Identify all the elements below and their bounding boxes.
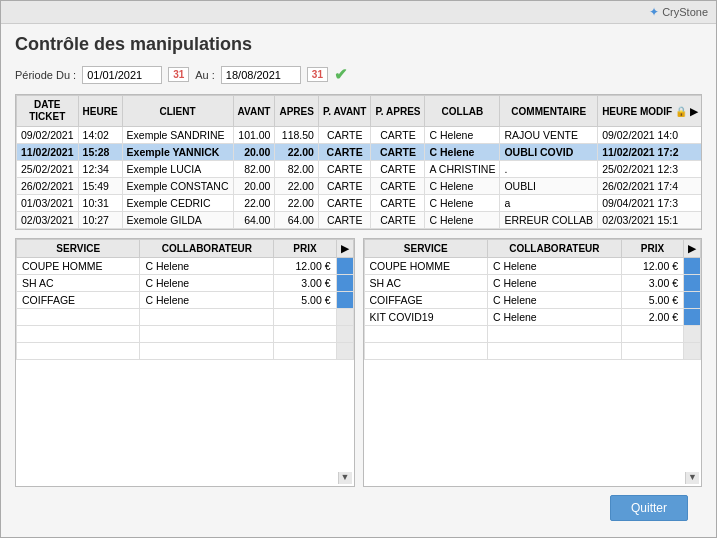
cell-scroll-left — [336, 275, 353, 292]
list-item[interactable]: COUPE HOMME C Helene 12.00 € — [364, 258, 701, 275]
cell-commentaire: ERREUR COLLAB — [500, 212, 598, 229]
list-item — [364, 343, 701, 360]
cell-apres: 22.00 — [275, 144, 318, 161]
cell-heure: 14:02 — [78, 127, 122, 144]
cell-heure-modif: 25/02/2021 12:3 — [598, 161, 702, 178]
cell-service: KIT COVID19 — [364, 309, 487, 326]
cell-commentaire: OUBLI — [500, 178, 598, 195]
cell-p-apres: CARTE — [371, 212, 425, 229]
calendar-to-button[interactable]: 31 — [307, 67, 328, 82]
cell-prix: 12.00 € — [274, 258, 336, 275]
table-row[interactable]: 25/02/2021 12:34 Exemple LUCIA 82.00 82.… — [17, 161, 703, 178]
cell-prix: 2.00 € — [621, 309, 683, 326]
quitter-button[interactable]: Quitter — [610, 495, 688, 521]
calendar-from-button[interactable]: 31 — [168, 67, 189, 82]
table-row[interactable]: 11/02/2021 15:28 Exemple YANNICK 20.00 2… — [17, 144, 703, 161]
cell-avant: 20.00 — [233, 144, 275, 161]
scroll-down-right[interactable]: ▼ — [685, 472, 699, 484]
list-item[interactable]: SH AC C Helene 3.00 € — [364, 275, 701, 292]
cell-p-avant: CARTE — [318, 178, 371, 195]
content-area: Contrôle des manipulations Période Du : … — [1, 24, 716, 537]
cell-heure: 12:34 — [78, 161, 122, 178]
confirm-button[interactable]: ✔ — [334, 65, 347, 84]
cell-apres: 118.50 — [275, 127, 318, 144]
cell-collab: C Helene — [140, 258, 274, 275]
list-item — [17, 326, 354, 343]
cell-client: Exemole GILDA — [122, 212, 233, 229]
cell-scroll-right — [684, 258, 701, 275]
cell-avant: 22.00 — [233, 195, 275, 212]
th-service-right: SERVICE — [364, 240, 487, 258]
main-table-header: DATETICKET HEURE CLIENT AVANT APRES P. A… — [17, 96, 703, 127]
cell-prix: 12.00 € — [621, 258, 683, 275]
list-item[interactable]: SH AC C Helene 3.00 € — [17, 275, 354, 292]
cell-collab: C Helene — [140, 292, 274, 309]
th-collab-right: COLLABORATEUR — [487, 240, 621, 258]
cell-apres: 22.00 — [275, 195, 318, 212]
date-from-input[interactable] — [82, 66, 162, 84]
table-row[interactable]: 02/03/2021 10:27 Exemole GILDA 64.00 64.… — [17, 212, 703, 229]
cell-p-apres: CARTE — [371, 144, 425, 161]
list-item — [364, 326, 701, 343]
cell-avant: 101.00 — [233, 127, 275, 144]
cell-collab: C Helene — [487, 258, 621, 275]
cell-heure: 15:28 — [78, 144, 122, 161]
cell-service: SH AC — [17, 275, 140, 292]
list-item — [17, 309, 354, 326]
cell-client: Exemple CEDRIC — [122, 195, 233, 212]
cell-apres: 82.00 — [275, 161, 318, 178]
cell-collab: C Helene — [425, 178, 500, 195]
cell-service: COUPE HOMME — [17, 258, 140, 275]
cell-heure: 15:49 — [78, 178, 122, 195]
cell-collab: C Helene — [425, 212, 500, 229]
cell-client: Exemple YANNICK — [122, 144, 233, 161]
list-item[interactable]: COIFFAGE C Helene 5.00 € — [17, 292, 354, 309]
list-item — [17, 343, 354, 360]
cell-apres: 64.00 — [275, 212, 318, 229]
cell-collab: C Helene — [140, 275, 274, 292]
table-row[interactable]: 01/03/2021 10:31 Exemple CEDRIC 22.00 22… — [17, 195, 703, 212]
cell-scroll-right — [684, 275, 701, 292]
th-p-avant: P. AVANT — [318, 96, 371, 127]
cell-collab: C Helene — [425, 144, 500, 161]
cell-prix: 5.00 € — [621, 292, 683, 309]
cell-p-avant: CARTE — [318, 127, 371, 144]
cell-service: COIFFAGE — [364, 292, 487, 309]
arrow-down-right[interactable]: ▼ — [688, 472, 697, 482]
cell-scroll-left — [336, 258, 353, 275]
cell-apres: 22.00 — [275, 178, 318, 195]
list-item[interactable]: KIT COVID19 C Helene 2.00 € — [364, 309, 701, 326]
arrow-down-left[interactable]: ▼ — [341, 472, 350, 482]
brand-name: CryStone — [662, 6, 708, 18]
scroll-down-left[interactable]: ▼ — [338, 472, 352, 484]
main-table-container: DATETICKET HEURE CLIENT AVANT APRES P. A… — [15, 94, 702, 230]
cell-commentaire: a — [500, 195, 598, 212]
cell-avant: 20.00 — [233, 178, 275, 195]
date-to-input[interactable] — [221, 66, 301, 84]
table-row[interactable]: 09/02/2021 14:02 Exemple SANDRINE 101.00… — [17, 127, 703, 144]
cell-p-avant: CARTE — [318, 195, 371, 212]
footer: Quitter — [15, 487, 702, 527]
cell-collab: C Helene — [487, 292, 621, 309]
list-item[interactable]: COIFFAGE C Helene 5.00 € — [364, 292, 701, 309]
cell-prix: 5.00 € — [274, 292, 336, 309]
cell-p-apres: CARTE — [371, 178, 425, 195]
th-service-left: SERVICE — [17, 240, 140, 258]
cell-date: 01/03/2021 — [17, 195, 79, 212]
cell-heure-modif: 02/03/2021 15:1 — [598, 212, 702, 229]
list-item[interactable]: COUPE HOMME C Helene 12.00 € — [17, 258, 354, 275]
th-client: CLIENT — [122, 96, 233, 127]
cell-scroll-right — [684, 309, 701, 326]
title-bar: ✦ CryStone — [1, 1, 716, 24]
table-row[interactable]: 26/02/2021 15:49 Exemple CONSTANC 20.00 … — [17, 178, 703, 195]
th-collab-left: COLLABORATEUR — [140, 240, 274, 258]
cell-avant: 64.00 — [233, 212, 275, 229]
main-table: DATETICKET HEURE CLIENT AVANT APRES P. A… — [16, 95, 702, 229]
th-apres: APRES — [275, 96, 318, 127]
detail-right-container: SERVICE COLLABORATEUR PRIX ▶ COUPE HOMME… — [363, 238, 703, 487]
cell-date: 26/02/2021 — [17, 178, 79, 195]
cell-heure-modif: 11/02/2021 17:2 — [598, 144, 702, 161]
cell-heure: 10:27 — [78, 212, 122, 229]
th-heure-modif: HEURE MODIF 🔒 ▶ — [598, 96, 702, 127]
cell-client: Exemple SANDRINE — [122, 127, 233, 144]
